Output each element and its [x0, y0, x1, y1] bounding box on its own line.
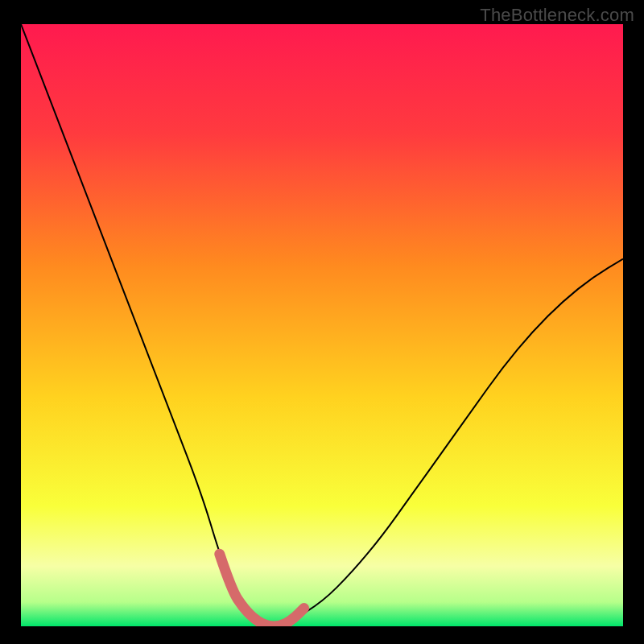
chart-svg: [21, 24, 623, 626]
gradient-background: [21, 24, 623, 626]
watermark-text: TheBottleneck.com: [480, 5, 634, 26]
chart-plot: [21, 24, 623, 626]
chart-frame: TheBottleneck.com: [0, 0, 644, 644]
